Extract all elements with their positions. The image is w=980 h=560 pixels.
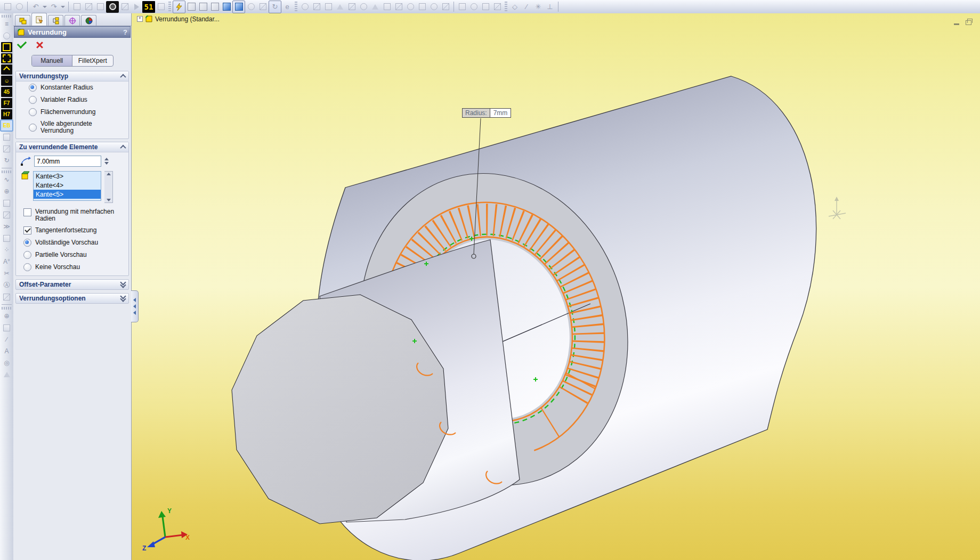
sketch-pattern-button[interactable]	[491, 1, 503, 13]
toolbar-grip[interactable]	[2, 307, 12, 310]
note-button[interactable]: A°	[1, 256, 12, 267]
circle-tool-button[interactable]: ◎	[1, 358, 12, 368]
measure-button[interactable]: ∿	[1, 174, 12, 185]
display-style-shaded-edges-button[interactable]	[221, 1, 232, 13]
radio-konstanter-radius[interactable]: Konstanter Radius	[16, 82, 128, 94]
panel-splitter-handle[interactable]	[131, 290, 139, 322]
linear-pattern-button[interactable]	[456, 1, 468, 13]
checkbox-multiple-radii[interactable]: Verrundung mit mehrfachen Radien	[16, 206, 128, 224]
drawing-from-part-button[interactable]	[71, 1, 83, 13]
text-circle-button[interactable]: Ⓐ	[1, 280, 12, 290]
3d-model-canvas[interactable]: Y X Z	[132, 13, 980, 560]
smiley-macro-button[interactable]: ☺	[1, 76, 12, 86]
text-box-button[interactable]: A	[1, 346, 12, 356]
assembly-from-part-button[interactable]	[83, 1, 94, 13]
tab-filletxpert[interactable]: FilletXpert	[72, 55, 113, 66]
open-button[interactable]	[2, 1, 13, 13]
graphics-viewport[interactable]: Y X Z + Verrundung (Standar... Radius: 7…	[132, 13, 980, 560]
radius-spinner[interactable]	[104, 158, 111, 165]
scroll-down-icon[interactable]	[107, 199, 111, 201]
display-style-wireframe-button[interactable]	[185, 1, 197, 13]
hole-feature-button[interactable]	[428, 1, 440, 13]
undo-dropdown[interactable]	[42, 1, 48, 13]
restore-button[interactable]	[966, 20, 971, 25]
scatter-button[interactable]: ⁘	[1, 245, 12, 255]
edge-list-scrollbar[interactable]	[104, 171, 113, 203]
section-hatch-button[interactable]	[1, 291, 12, 302]
edge-list-item[interactable]: Kante<5>	[34, 190, 101, 199]
macro-detail-button[interactable]	[1, 53, 12, 63]
trim-button[interactable]: ✂	[1, 268, 12, 279]
display-style-shaded-button[interactable]	[232, 1, 245, 13]
group-verrundungsoptionen[interactable]: Verrundungsoptionen	[15, 293, 129, 304]
play-button[interactable]	[131, 1, 142, 13]
ok-button[interactable]	[17, 39, 27, 48]
centerline-button[interactable]: ⊕	[1, 311, 12, 321]
print-preview-button[interactable]	[13, 1, 25, 13]
zoom-area-button[interactable]: ⊕	[1, 186, 12, 197]
mirror-feature-button[interactable]	[346, 1, 358, 13]
edge-list-item[interactable]: Kante<4>	[34, 181, 101, 190]
macro-arrows-button[interactable]	[1, 64, 12, 75]
save-button[interactable]	[155, 1, 167, 13]
feature-tree-root[interactable]: + Verrundung (Standar...	[137, 15, 220, 23]
toolbar-grip[interactable]	[295, 2, 297, 12]
section-view-button[interactable]	[257, 1, 269, 13]
reference-point-button[interactable]: ✳	[532, 1, 544, 13]
radio-vollstaendige-vorschau[interactable]: Vollständige Vorschau	[16, 237, 128, 249]
reload-button[interactable]: ↻	[1, 155, 12, 166]
chamfer-feature-button[interactable]	[311, 1, 322, 13]
edge-list-item[interactable]: Kante<3>	[34, 172, 101, 181]
radio-partielle-vorschau[interactable]: Partielle Vorschau	[16, 249, 128, 261]
layout-button[interactable]	[1, 209, 12, 220]
tab-featuremanager[interactable]	[15, 15, 30, 26]
expand-icon[interactable]: +	[137, 16, 143, 22]
sphere-tool-button[interactable]	[1, 30, 12, 41]
reference-plane-button[interactable]: ◇	[509, 1, 521, 13]
tab-manuell[interactable]: Manuell	[32, 55, 73, 66]
grid-button[interactable]	[1, 233, 12, 244]
toolbar-grip[interactable]	[2, 171, 12, 173]
group-offset-parameter[interactable]: Offset-Parameter	[15, 279, 129, 290]
draft-feature-button[interactable]	[334, 1, 346, 13]
rib-feature-button[interactable]	[369, 1, 381, 13]
display-style-hidden-lines-removed-button[interactable]	[209, 1, 221, 13]
shell-feature-button[interactable]	[322, 1, 334, 13]
scroll-up-icon[interactable]	[107, 173, 111, 175]
toolbar-grip[interactable]	[505, 2, 507, 12]
group-header[interactable]: Zu verrundende Elemente	[16, 142, 128, 152]
macro-f7-button[interactable]: F7	[1, 98, 12, 108]
macro-cube-button[interactable]	[1, 42, 12, 52]
callout-value-input[interactable]: 7mm	[490, 109, 511, 117]
collapse-button[interactable]: ≫	[1, 221, 12, 232]
edrawings-button[interactable]: e	[281, 1, 293, 13]
isometric-view-button[interactable]	[1, 132, 12, 142]
slope-button[interactable]: ∕	[1, 334, 12, 345]
screenshot-button[interactable]	[106, 1, 119, 13]
undo-button[interactable]: ↶	[30, 1, 42, 13]
rotate-view-button[interactable]: ↻	[269, 1, 281, 13]
macro-45-button[interactable]: 45	[1, 87, 12, 97]
zoom-button[interactable]	[245, 1, 257, 13]
toolbar-grip[interactable]	[168, 2, 171, 12]
symbol-button[interactable]	[1, 322, 12, 333]
macro-h7-button[interactable]: H7	[1, 109, 12, 119]
wrap-feature-button[interactable]	[381, 1, 393, 13]
radio-flaechenverrundung[interactable]: Flächenverrundung	[16, 106, 128, 118]
lightning-tool-button[interactable]	[173, 1, 185, 13]
redo-dropdown[interactable]	[60, 1, 66, 13]
tab-propertymanager[interactable]	[31, 13, 47, 26]
cancel-button[interactable]	[36, 41, 43, 48]
tab-displaymanager[interactable]	[81, 15, 96, 26]
flex-feature-button[interactable]	[393, 1, 404, 13]
fillet-feature-button[interactable]	[299, 1, 311, 13]
move-copy-button[interactable]	[1, 143, 12, 154]
print-button[interactable]	[94, 1, 106, 13]
curve-pattern-button[interactable]	[480, 1, 491, 13]
help-button[interactable]: ?	[123, 28, 127, 36]
radius-input[interactable]: 7.00mm	[34, 156, 101, 167]
radio-variabler-radius[interactable]: Variabler Radius	[16, 94, 128, 106]
circular-pattern-button[interactable]	[468, 1, 480, 13]
redo-button[interactable]: ↷	[48, 1, 60, 13]
checkbox-tangent[interactable]: Tangentenfortsetzung	[16, 224, 128, 237]
